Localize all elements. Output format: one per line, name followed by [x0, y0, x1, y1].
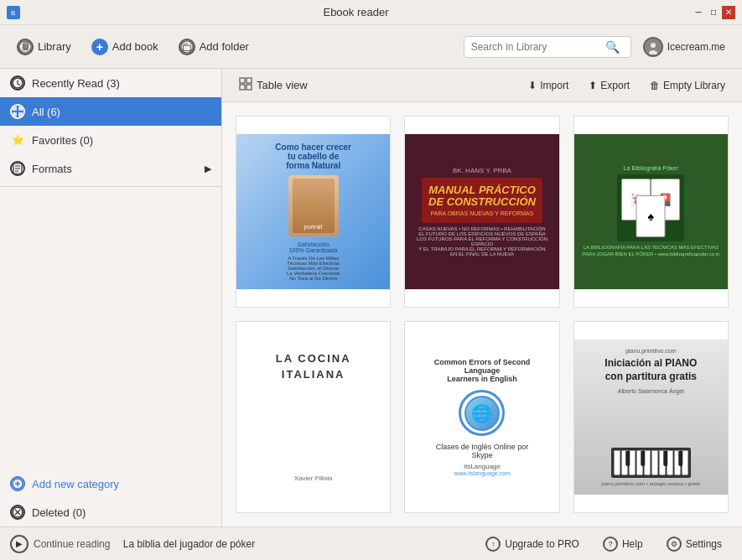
book-card-2[interactable]: BK. HANS Y. PRBA MANUAL PRÁCTICODE CONST…	[404, 116, 559, 308]
recently-read-icon	[10, 75, 25, 91]
book-cover-4: LA COCINA ITALIANA Xavier Fillola	[236, 340, 390, 495]
svg-rect-23	[240, 78, 245, 83]
minimize-button[interactable]: ─	[692, 6, 705, 19]
book-card-4[interactable]: LA COCINA ITALIANA Xavier Fillola	[236, 321, 391, 513]
library-label: Library	[38, 40, 71, 53]
search-icon: 🔍	[605, 40, 620, 54]
continue-book-title: La biblia del jugador de póker	[123, 538, 255, 550]
empty-library-label: Empty Library	[663, 80, 725, 91]
empty-library-button[interactable]: 🗑 Empty Library	[643, 76, 732, 95]
formats-icon	[10, 161, 25, 176]
settings-icon: ⚙	[667, 537, 682, 552]
svg-rect-26	[246, 85, 252, 90]
continue-label: Continue reading	[34, 538, 110, 550]
sidebar-item-deleted[interactable]: Deleted (0)	[0, 498, 221, 526]
book-card-3[interactable]: La Bibliografía Póker 🃏 🎴 ♠ LA BIBLIOGRA…	[573, 116, 729, 308]
book-card-1[interactable]: Como hacer crecertu cabello deforma Natu…	[236, 116, 391, 308]
close-button[interactable]: ✕	[722, 6, 735, 19]
sidebar: Recently Read (3) All (6) ⭐ Favorites (0…	[0, 69, 222, 526]
export-icon: ⬆	[589, 80, 597, 91]
continue-reading-button[interactable]: ▶ Continue reading La biblia del jugador…	[10, 535, 255, 553]
add-book-label: Add book	[112, 40, 158, 53]
sidebar-item-recently-read[interactable]: Recently Read (3)	[0, 69, 221, 97]
sidebar-divider	[0, 186, 221, 187]
sidebar-item-all[interactable]: All (6)	[0, 97, 221, 126]
svg-rect-11	[13, 106, 17, 111]
svg-rect-24	[246, 78, 252, 83]
favorites-icon: ⭐	[10, 132, 25, 148]
add-book-button[interactable]: + Add book	[83, 34, 167, 60]
import-label: Import	[540, 80, 568, 91]
help-label: Help	[622, 538, 643, 550]
upgrade-button[interactable]: ↑ Upgrade to PRO	[475, 532, 589, 556]
svg-text:B: B	[11, 9, 15, 17]
svg-point-8	[651, 43, 656, 48]
book-cover-2: BK. HANS Y. PRBA MANUAL PRÁCTICODE CONST…	[405, 134, 558, 289]
svg-rect-25	[240, 85, 245, 90]
library-icon	[17, 39, 34, 55]
content-actions: ⬇ Import ⬆ Export 🗑 Empty Library	[521, 76, 732, 95]
deleted-label: Deleted (0)	[32, 506, 86, 519]
upgrade-icon: ↑	[485, 537, 501, 552]
book-cover-6: piano.primitivo.com Iniciación al PIANOc…	[574, 340, 728, 495]
bottom-bar: ▶ Continue reading La biblia del jugador…	[0, 526, 742, 560]
favorites-label: Favorites (0)	[32, 134, 93, 147]
titlebar: B Ebook reader ─ □ ✕	[0, 0, 742, 25]
content-area: Table view ⬇ Import ⬆ Export 🗑 Empty Lib…	[222, 69, 742, 526]
play-icon: ▶	[10, 535, 29, 553]
library-button[interactable]: Library	[8, 34, 80, 60]
all-icon	[10, 104, 25, 119]
search-box[interactable]: 🔍	[464, 36, 631, 58]
add-category-icon	[10, 476, 25, 491]
formats-arrow-icon: ▶	[205, 163, 211, 174]
sidebar-item-add-category[interactable]: Add new category	[0, 469, 221, 498]
book-card-5[interactable]: Common Errors of SecondLanguageLearners …	[404, 321, 559, 513]
search-input[interactable]	[471, 41, 605, 53]
import-button[interactable]: ⬇ Import	[521, 76, 575, 95]
app-icon: B	[7, 6, 20, 19]
book-grid: Como hacer crecertu cabello deforma Natu…	[222, 102, 742, 526]
app-title: Ebook reader	[20, 6, 692, 18]
book-cover-3: La Bibliografía Póker 🃏 🎴 ♠ LA BIBLIOGRA…	[574, 134, 728, 289]
settings-label: Settings	[686, 538, 722, 550]
help-icon: ?	[603, 537, 618, 552]
svg-point-6	[181, 40, 193, 52]
settings-button[interactable]: ⚙ Settings	[656, 532, 732, 556]
all-label: All (6)	[32, 106, 60, 118]
deleted-icon	[10, 505, 25, 520]
svg-rect-13	[13, 112, 17, 117]
sidebar-item-favorites[interactable]: ⭐ Favorites (0)	[0, 126, 221, 154]
formats-label: Formats	[32, 163, 72, 175]
add-folder-icon	[179, 39, 195, 55]
sidebar-item-formats[interactable]: Formats ▶	[0, 154, 221, 183]
window-controls: ─ □ ✕	[692, 6, 735, 19]
recently-read-label: Recently Read (3)	[32, 77, 120, 90]
user-avatar	[643, 37, 663, 57]
main-toolbar: Library + Add book Add folder 🔍 Icecream…	[0, 25, 742, 69]
book-card-6[interactable]: piano.primitivo.com Iniciación al PIANOc…	[573, 321, 729, 513]
table-view-button[interactable]: Table view	[232, 74, 314, 96]
export-button[interactable]: ⬆ Export	[582, 76, 636, 95]
add-category-label: Add new category	[32, 478, 119, 490]
book-cover-1: Como hacer crecertu cabello deforma Natu…	[236, 134, 390, 289]
add-book-icon: +	[91, 39, 108, 55]
add-folder-button[interactable]: Add folder	[170, 34, 257, 60]
table-view-icon	[239, 77, 252, 93]
maximize-button[interactable]: □	[707, 6, 720, 19]
user-button[interactable]: Icecream.me	[635, 33, 734, 61]
user-label: Icecream.me	[667, 41, 725, 53]
help-button[interactable]: ? Help	[593, 532, 653, 556]
content-toolbar: Table view ⬇ Import ⬆ Export 🗑 Empty Lib…	[222, 69, 742, 102]
sidebar-bottom: Add new category Deleted (0)	[0, 469, 221, 526]
svg-rect-12	[18, 106, 23, 111]
svg-rect-14	[18, 112, 23, 117]
upgrade-label: Upgrade to PRO	[505, 538, 579, 550]
export-label: Export	[600, 80, 630, 91]
import-icon: ⬇	[528, 80, 537, 91]
trash-icon: 🗑	[650, 80, 660, 91]
book-cover-5: Common Errors of SecondLanguageLearners …	[405, 340, 558, 495]
table-view-label: Table view	[257, 79, 308, 91]
main-area: Recently Read (3) All (6) ⭐ Favorites (0…	[0, 69, 742, 526]
bottom-actions: ↑ Upgrade to PRO ? Help ⚙ Settings	[475, 532, 732, 556]
add-folder-label: Add folder	[200, 40, 249, 53]
